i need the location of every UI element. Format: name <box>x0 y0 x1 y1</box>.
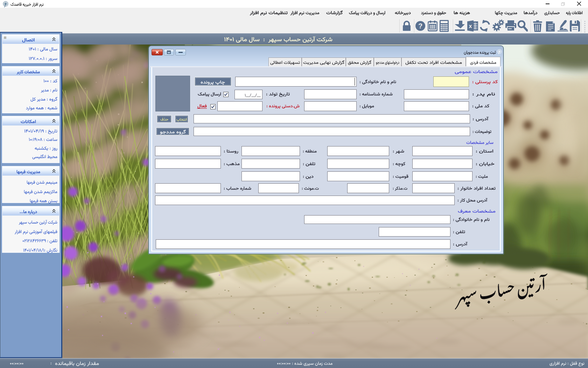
svg-text:?: ? <box>418 22 422 30</box>
svg-text:x: x <box>469 23 472 29</box>
